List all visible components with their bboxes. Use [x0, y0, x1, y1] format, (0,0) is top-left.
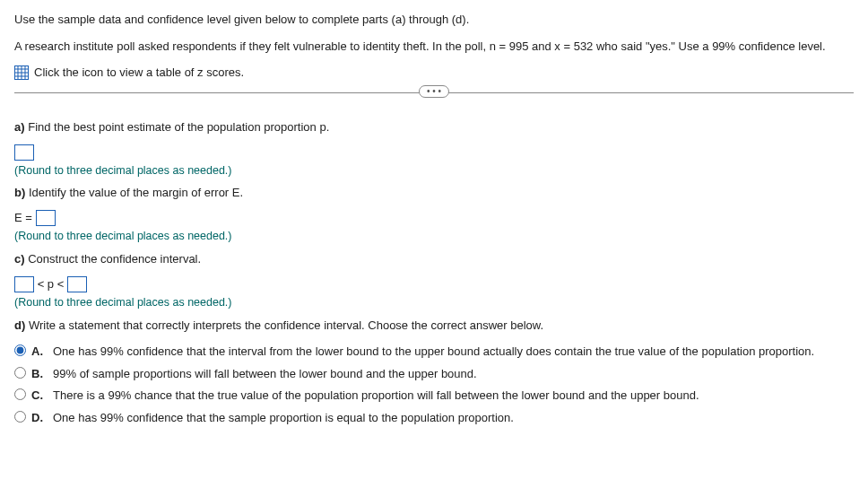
option-b[interactable]: B. 99% of sample proportions will fall b… [14, 365, 854, 383]
part-b-label: b) [14, 186, 25, 199]
ci-upper-input[interactable] [67, 276, 87, 292]
radio-d[interactable] [14, 411, 26, 423]
z-table-link[interactable]: Click the icon to view a table of z scor… [14, 64, 854, 82]
part-a-label: a) [14, 120, 25, 134]
part-b: b) Identify the value of the margin of e… [14, 184, 854, 202]
hint-c: (Round to three decimal places as needed… [14, 294, 854, 311]
option-c[interactable]: C. There is a 99% chance that the true v… [14, 387, 854, 405]
option-a[interactable]: A. One has 99% confidence that the inter… [14, 343, 854, 361]
radio-c[interactable] [14, 388, 26, 400]
part-c-text: Construct the confidence interval. [28, 252, 201, 266]
margin-error-input[interactable] [36, 210, 56, 226]
part-a: a) Find the best point estimate of the p… [14, 118, 854, 136]
option-c-text: There is a 99% chance that the true valu… [53, 387, 854, 405]
radio-b[interactable] [14, 367, 26, 379]
part-d: d) Write a statement that correctly inte… [14, 317, 854, 335]
mc-options: A. One has 99% confidence that the inter… [14, 343, 854, 426]
option-a-letter: A. [31, 343, 48, 361]
e-prefix: E = [14, 211, 32, 224]
ellipsis-icon[interactable]: • • • [419, 85, 449, 98]
hint-a: (Round to three decimal places as needed… [14, 162, 854, 179]
intro-line-2: A research institute poll asked responde… [14, 38, 854, 56]
option-c-letter: C. [31, 387, 48, 405]
part-d-text: Write a statement that correctly interpr… [29, 318, 543, 332]
option-a-text: One has 99% confidence that the interval… [53, 343, 854, 361]
intro-line-1: Use the sample data and confidence level… [14, 11, 854, 29]
radio-a[interactable] [14, 344, 26, 356]
option-b-text: 99% of sample proportions will fall betw… [53, 365, 854, 383]
option-d-text: One has 99% confidence that the sample p… [53, 409, 854, 427]
part-c: c) Construct the confidence interval. [14, 250, 854, 268]
part-a-text: Find the best point estimate of the popu… [28, 120, 329, 134]
part-b-text: Identify the value of the margin of erro… [29, 186, 243, 199]
hint-b: (Round to three decimal places as needed… [14, 228, 854, 245]
p-hat-input[interactable] [14, 144, 34, 161]
option-b-letter: B. [31, 365, 48, 383]
part-c-label: c) [14, 252, 25, 266]
table-icon [14, 65, 29, 80]
option-d[interactable]: D. One has 99% confidence that the sampl… [14, 409, 854, 427]
option-d-letter: D. [31, 409, 48, 427]
ci-lower-input[interactable] [14, 276, 34, 292]
part-d-label: d) [14, 318, 25, 332]
z-table-link-text: Click the icon to view a table of z scor… [34, 64, 244, 82]
ci-mid-text: < p < [38, 277, 65, 291]
